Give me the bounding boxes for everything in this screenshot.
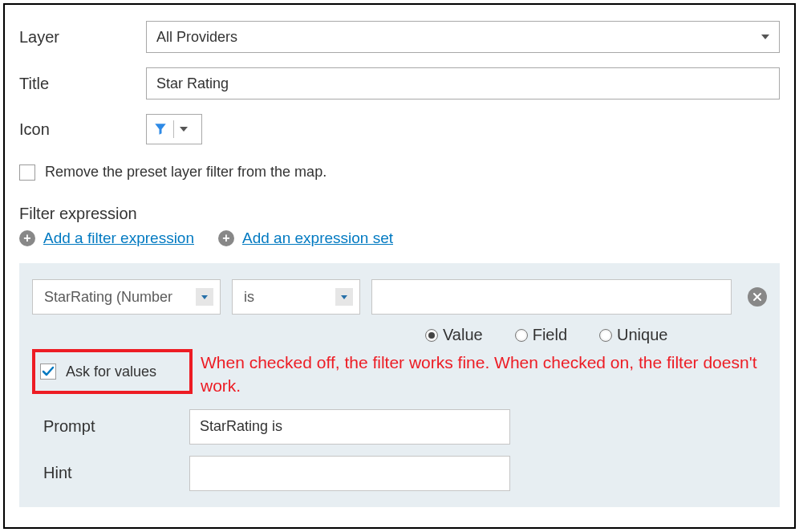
remove-expression-button[interactable] <box>748 287 767 307</box>
radio-icon <box>599 329 612 342</box>
layer-row: Layer All Providers <box>19 21 780 53</box>
value-type-radios: Value Field Unique <box>425 326 767 344</box>
check-icon <box>42 365 55 378</box>
annotation-row: Ask for values When checked off, the fil… <box>32 349 767 398</box>
remove-preset-label: Remove the preset layer filter from the … <box>45 164 326 181</box>
filter-config-panel: Layer All Providers Title Icon Remove th… <box>3 3 796 529</box>
title-input[interactable] <box>146 67 780 99</box>
operator-select-value: is <box>244 289 254 306</box>
radio-field[interactable]: Field <box>515 326 567 344</box>
add-filter-expression-button[interactable]: + Add a filter expression <box>19 229 194 247</box>
annotation-text: When checked off, the filter works fine.… <box>201 351 767 398</box>
layer-label: Layer <box>19 28 146 47</box>
add-expression-set-button[interactable]: + Add an expression set <box>218 229 393 247</box>
caret-down-icon <box>761 35 769 39</box>
ask-for-values-checkbox[interactable] <box>40 363 56 380</box>
prompt-row: Prompt <box>32 409 767 445</box>
title-label: Title <box>19 75 146 93</box>
add-filter-expression-label: Add a filter expression <box>43 229 194 247</box>
caret-down-icon <box>201 295 208 299</box>
prompt-label: Prompt <box>32 417 189 436</box>
layer-select-value: All Providers <box>156 29 237 46</box>
dropdown-button <box>335 288 353 306</box>
value-input[interactable] <box>371 279 732 315</box>
layer-select[interactable]: All Providers <box>146 21 780 53</box>
ask-values-subform: Prompt Hint <box>32 409 767 491</box>
operator-select[interactable]: is <box>232 279 360 315</box>
field-select-value: StarRating (Number <box>44 289 172 306</box>
hint-row: Hint <box>32 456 767 491</box>
field-select[interactable]: StarRating (Number <box>32 279 221 315</box>
prompt-input[interactable] <box>189 409 510 445</box>
add-expression-set-label: Add an expression set <box>242 229 393 247</box>
remove-preset-checkbox[interactable] <box>19 164 35 181</box>
expression-links: + Add a filter expression + Add an expre… <box>19 229 780 247</box>
caret-down-icon <box>180 127 188 132</box>
plus-icon: + <box>218 230 234 246</box>
separator <box>173 120 174 138</box>
ask-for-values-label: Ask for values <box>66 363 156 380</box>
caret-down-icon <box>341 295 347 299</box>
dropdown-button <box>196 288 213 306</box>
radio-value-label: Value <box>443 326 483 344</box>
hint-input[interactable] <box>189 456 510 491</box>
filter-expression-heading: Filter expression <box>19 205 780 223</box>
icon-label: Icon <box>19 120 146 139</box>
annotation-highlight: Ask for values <box>32 349 193 394</box>
expression-panel: StarRating (Number is Value Field <box>19 263 780 507</box>
funnel-icon <box>153 122 168 136</box>
radio-value[interactable]: Value <box>425 326 483 344</box>
icon-picker[interactable] <box>146 114 202 144</box>
radio-unique-label: Unique <box>617 326 667 344</box>
close-icon <box>752 292 762 302</box>
radio-icon <box>425 329 438 342</box>
expression-builder-row: StarRating (Number is <box>32 279 767 315</box>
radio-field-label: Field <box>533 326 567 344</box>
title-row: Title <box>19 67 780 99</box>
hint-label: Hint <box>32 464 189 482</box>
icon-row: Icon <box>19 114 780 144</box>
remove-preset-row: Remove the preset layer filter from the … <box>19 164 780 181</box>
radio-unique[interactable]: Unique <box>599 326 667 344</box>
radio-icon <box>515 329 528 342</box>
plus-icon: + <box>19 230 35 246</box>
